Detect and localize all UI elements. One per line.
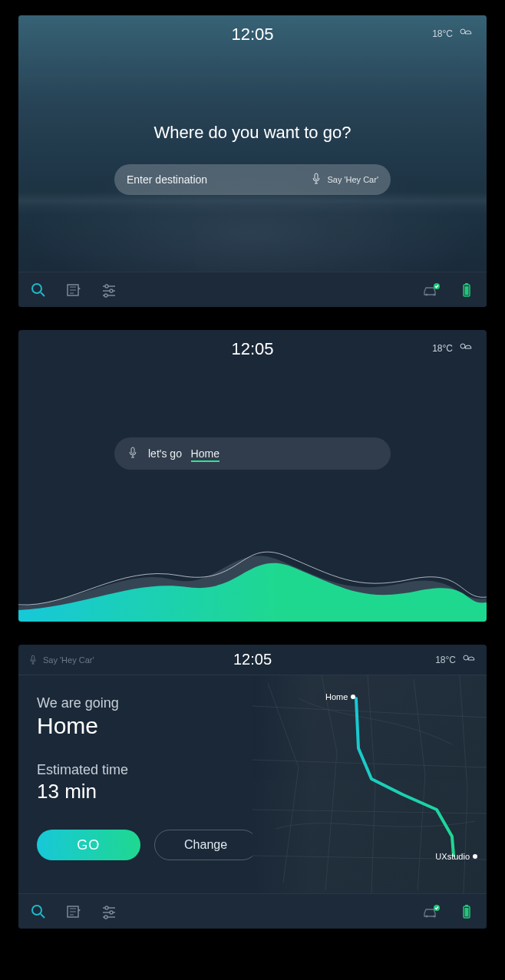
svg-rect-35: [465, 908, 469, 917]
map-dot-icon: [473, 854, 477, 859]
home-screen: 12:05 18°C Where do you want to go? Ente…: [18, 15, 487, 307]
microphone-icon[interactable]: [312, 173, 321, 186]
battery-icon[interactable]: [457, 902, 476, 921]
svg-point-0: [460, 29, 465, 34]
weather-widget[interactable]: 18°C: [432, 341, 473, 355]
map-destination-marker[interactable]: UXstudio: [435, 852, 477, 861]
voice-hint: Say 'Hey Car': [327, 175, 378, 184]
clock: 12:05: [231, 25, 273, 45]
voice-transcript-pill[interactable]: let's go Home: [114, 437, 391, 470]
destination-name: Home: [37, 713, 258, 739]
bridge-silhouette: [18, 192, 487, 215]
eta-value: 13 min: [37, 780, 258, 803]
svg-point-20: [464, 655, 468, 660]
map-origin-marker[interactable]: Home: [325, 692, 355, 701]
svg-line-3: [41, 292, 45, 296]
search-placeholder: Enter destination: [127, 173, 312, 186]
voice-hint-top[interactable]: Say 'Hey Car': [29, 655, 94, 665]
temperature: 18°C: [432, 28, 453, 39]
microphone-icon: [128, 447, 137, 461]
battery-icon[interactable]: [457, 281, 476, 299]
going-label: We are going: [37, 695, 258, 711]
weather-icon: [457, 341, 473, 355]
svg-rect-16: [465, 286, 469, 295]
search-icon[interactable]: [29, 281, 48, 299]
voice-waveform: [18, 537, 487, 622]
clock: 12:05: [231, 339, 273, 359]
svg-point-10: [104, 294, 107, 297]
voice-transcript-keyword: Home: [191, 447, 219, 462]
media-icon[interactable]: [64, 902, 83, 921]
svg-rect-34: [465, 905, 468, 906]
svg-line-22: [41, 914, 45, 918]
bottom-toolbar: [18, 893, 487, 929]
map-origin-label: Home: [325, 692, 348, 701]
svg-point-21: [32, 906, 41, 915]
voice-hint-label: Say 'Hey Car': [43, 655, 94, 665]
svg-point-11: [426, 293, 428, 295]
change-button[interactable]: Change: [154, 830, 258, 860]
svg-rect-15: [465, 283, 468, 285]
temperature: 18°C: [435, 655, 456, 665]
svg-point-2: [32, 284, 41, 293]
svg-rect-18: [131, 447, 134, 454]
search-icon[interactable]: [29, 902, 48, 921]
svg-rect-1: [315, 173, 318, 180]
map-dot-icon: [351, 695, 355, 699]
bottom-toolbar: [18, 272, 487, 307]
svg-point-17: [460, 344, 465, 348]
weather-icon: [460, 652, 476, 667]
weather-widget[interactable]: 18°C: [432, 26, 473, 41]
svg-rect-19: [31, 655, 34, 661]
svg-point-25: [105, 906, 108, 909]
svg-point-8: [110, 289, 113, 292]
temperature: 18°C: [432, 343, 453, 354]
svg-point-27: [110, 911, 113, 914]
eta-label: Estimated time: [37, 762, 258, 778]
svg-point-31: [434, 915, 436, 917]
status-bar: Say 'Hey Car' 12:05 18°C: [18, 645, 487, 675]
route-info-panel: We are going Home Estimated time 13 min …: [18, 675, 276, 893]
map-dest-label: UXstudio: [435, 852, 470, 861]
status-bar: 12:05 18°C: [18, 330, 487, 368]
route-map[interactable]: Home UXstudio: [252, 675, 487, 893]
city-background: [18, 15, 487, 307]
status-bar: 12:05 18°C: [18, 15, 487, 54]
route-confirm-screen: Say 'Hey Car' 12:05 18°C: [18, 645, 487, 929]
settings-sliders-icon[interactable]: [100, 281, 118, 299]
svg-point-6: [105, 285, 108, 288]
car-status-icon[interactable]: [422, 902, 441, 921]
svg-point-12: [434, 293, 436, 295]
settings-sliders-icon[interactable]: [100, 902, 118, 921]
media-icon[interactable]: [64, 281, 83, 299]
svg-point-29: [104, 916, 107, 919]
destination-prompt: Where do you want to go?: [18, 123, 487, 143]
go-button[interactable]: GO: [37, 830, 140, 860]
car-status-icon[interactable]: [422, 281, 441, 299]
clock: 12:05: [233, 651, 272, 668]
weather-widget[interactable]: 18°C: [435, 652, 476, 667]
svg-point-30: [426, 915, 428, 917]
voice-transcript-prefix: let's go: [148, 447, 182, 460]
voice-input-screen: 12:05 18°C let's go Home: [18, 330, 487, 622]
weather-icon: [457, 26, 473, 41]
destination-search-input[interactable]: Enter destination Say 'Hey Car': [114, 164, 391, 195]
